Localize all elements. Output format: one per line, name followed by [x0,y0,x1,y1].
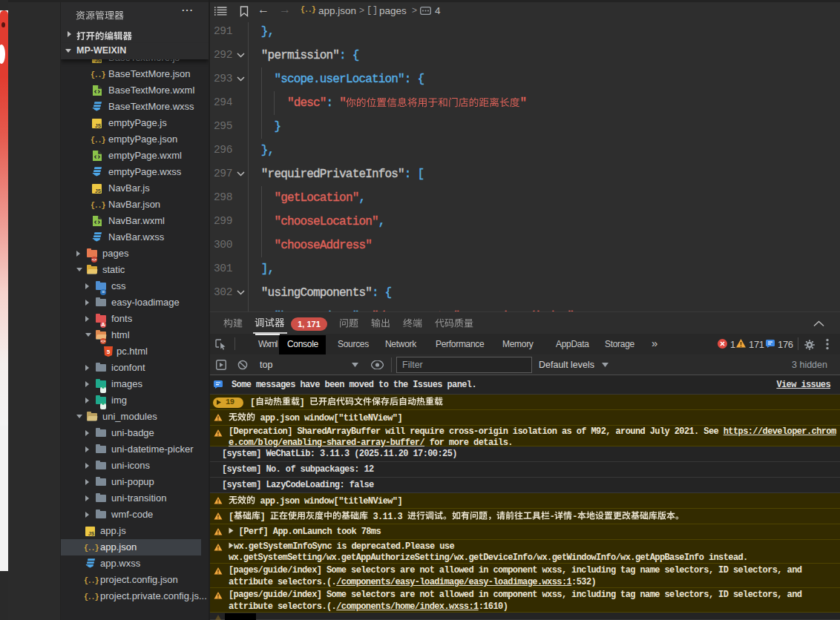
svg-text:5: 5 [107,349,111,355]
